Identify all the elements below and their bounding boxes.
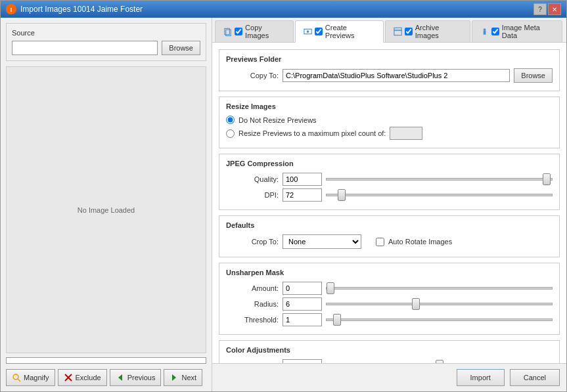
tab-create-previews[interactable]: Create Previews	[295, 20, 384, 43]
radius-slider-thumb[interactable]	[412, 298, 420, 310]
next-icon	[170, 373, 179, 382]
crop-label: Crop To:	[226, 238, 279, 246]
window-title: Import Images 10014 Jaime Foster	[20, 5, 143, 14]
amount-label: Amount:	[226, 284, 279, 292]
svg-rect-15	[483, 31, 486, 35]
quality-label: Quality:	[226, 175, 279, 183]
svg-point-2	[13, 374, 18, 380]
meta-tab-label: Image Meta Data	[502, 24, 554, 39]
help-button[interactable]: ?	[533, 3, 547, 15]
previous-button[interactable]: Previous	[110, 369, 162, 386]
copy-tab-icon	[223, 27, 232, 36]
jpeg-compression-title: JPEG Compression	[226, 160, 553, 167]
threshold-slider-container	[326, 313, 553, 326]
previous-icon	[116, 373, 125, 382]
import-button[interactable]: Import	[457, 369, 505, 386]
defaults-section: Defaults Crop To: None Square 4x6 5x7 8x…	[219, 215, 560, 257]
copy-tab-label: Copy Images	[245, 24, 285, 39]
quality-slider-track	[326, 178, 553, 181]
dpi-label: DPI:	[226, 191, 279, 199]
next-button[interactable]: Next	[164, 369, 202, 386]
radius-label: Radius:	[226, 300, 279, 308]
resize-images-section: Resize Images Do Not Resize Previews Res…	[219, 97, 560, 148]
resize-images-title: Resize Images	[226, 102, 553, 110]
quality-slider-container	[326, 173, 553, 186]
meta-tab-icon	[480, 27, 489, 36]
color-adjustments-section: Color Adjustments Brightness: Contrast:	[219, 340, 560, 363]
resize-option1-radio[interactable]	[226, 116, 235, 124]
cancel-button[interactable]: Cancel	[510, 369, 560, 386]
no-image-label: No Image Loaded	[78, 206, 135, 214]
meta-tab-checkbox[interactable]	[491, 28, 499, 35]
source-browse-button[interactable]: Browse	[162, 41, 200, 55]
tab-archive-images[interactable]: Archive Images	[385, 20, 470, 42]
right-panel: Copy Images Create Previews	[212, 18, 566, 391]
unsharpen-mask-title: Unsharpen Mask	[226, 269, 553, 276]
copy-to-label: Copy To:	[226, 72, 279, 79]
dpi-slider-container	[326, 188, 553, 202]
preview-tab-label: Create Previews	[325, 24, 375, 39]
crop-select[interactable]: None Square 4x6 5x7 8x10	[283, 234, 361, 249]
svg-point-14	[483, 28, 486, 31]
svg-text:I: I	[11, 7, 12, 13]
amount-input[interactable]	[283, 282, 322, 295]
amount-slider-track	[326, 287, 553, 290]
tab-bar: Copy Images Create Previews	[212, 18, 566, 43]
svg-point-11	[306, 30, 309, 33]
amount-slider-thumb[interactable]	[327, 282, 334, 294]
magnify-label: Magnify	[24, 374, 49, 381]
threshold-slider-track	[326, 318, 553, 321]
source-row: Browse	[12, 41, 200, 55]
pixel-count-input[interactable]	[390, 127, 422, 140]
next-label: Next	[181, 374, 196, 381]
previews-folder-row: Copy To: Browse	[226, 68, 553, 83]
previews-folder-section: Previews Folder Copy To: Browse	[219, 49, 560, 91]
magnify-button[interactable]: Magnify	[6, 369, 55, 386]
source-label: Source	[12, 29, 200, 37]
content-area: Source Browse No Image Loaded	[1, 18, 566, 391]
auto-rotate-checkbox[interactable]	[376, 238, 384, 246]
left-panel: Source Browse No Image Loaded	[1, 18, 212, 391]
auto-rotate-label: Auto Rotate Images	[388, 238, 452, 246]
radius-input[interactable]	[283, 297, 322, 311]
source-input[interactable]	[12, 41, 158, 55]
source-group: Source Browse	[6, 23, 206, 61]
dpi-slider-thumb[interactable]	[338, 189, 346, 201]
title-controls: ? ✕	[533, 3, 561, 15]
image-preview-area: No Image Loaded	[6, 66, 206, 353]
color-adjustments-title: Color Adjustments	[226, 346, 553, 354]
bottom-buttons: Magnify Exclude	[6, 369, 206, 386]
archive-tab-label: Archive Images	[415, 24, 462, 39]
resize-option2-label: Resize Previews to a maximum pixel count…	[238, 129, 386, 137]
copy-tab-checkbox[interactable]	[235, 28, 242, 35]
previews-path-input[interactable]	[283, 69, 510, 82]
right-content: Previews Folder Copy To: Browse Resize I…	[212, 43, 566, 363]
svg-marker-7	[172, 374, 176, 381]
close-button[interactable]: ✕	[548, 3, 561, 15]
threshold-slider-thumb[interactable]	[333, 314, 341, 326]
archive-tab-checkbox[interactable]	[405, 28, 413, 35]
quality-input[interactable]	[283, 173, 322, 186]
dpi-input[interactable]	[283, 188, 322, 202]
threshold-label: Threshold:	[226, 316, 279, 324]
preview-tab-checkbox[interactable]	[315, 28, 323, 35]
brightness-slider-thumb[interactable]	[436, 360, 443, 363]
preview-tab-icon	[304, 27, 312, 36]
threshold-row: Threshold:	[226, 313, 553, 326]
jpeg-compression-section: JPEG Compression Quality: DPI:	[219, 154, 560, 210]
tab-copy-images[interactable]: Copy Images	[215, 20, 294, 42]
title-bar-left: I Import Images 10014 Jaime Foster	[6, 4, 143, 14]
exclude-icon	[64, 373, 73, 382]
svg-rect-13	[394, 30, 401, 35]
quality-slider-thumb[interactable]	[543, 173, 551, 185]
previews-browse-button[interactable]: Browse	[514, 68, 553, 83]
archive-tab-icon	[394, 27, 402, 36]
threshold-input[interactable]	[283, 313, 322, 326]
tab-image-meta-data[interactable]: Image Meta Data	[472, 20, 562, 42]
auto-rotate-row: Auto Rotate Images	[376, 238, 452, 246]
radius-slider-container	[326, 297, 553, 311]
bottom-bar: Import Cancel	[212, 363, 566, 391]
resize-option2-radio[interactable]	[226, 129, 235, 138]
exclude-button[interactable]: Exclude	[58, 369, 107, 386]
magnify-icon	[12, 373, 21, 382]
